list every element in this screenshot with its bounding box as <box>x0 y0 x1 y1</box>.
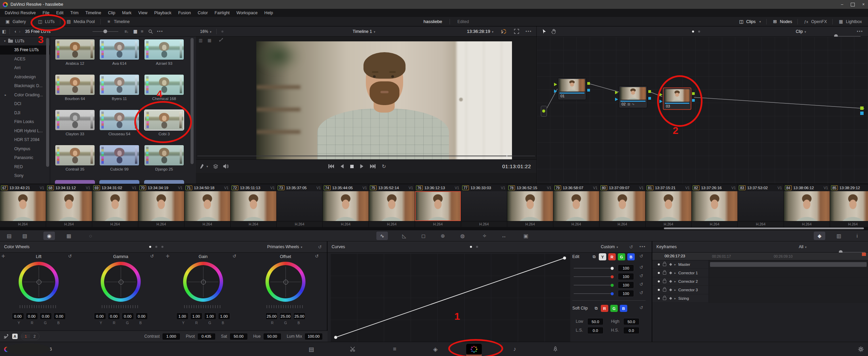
curve-slider-2[interactable] <box>574 285 612 285</box>
l-s-value[interactable]: 0.0 <box>587 327 604 334</box>
viewer-options-icon[interactable]: ••• <box>526 29 532 34</box>
timeline-clip-70[interactable]: 7013:34:34:19V1H.264 <box>138 184 184 230</box>
node-output-port[interactable] <box>648 97 651 100</box>
wheel-page-tab-1[interactable]: 1 <box>21 334 30 338</box>
clip-thumbnail[interactable] <box>461 191 507 221</box>
expand-viewer-icon[interactable] <box>514 29 519 34</box>
menu-playback[interactable]: Playback <box>151 11 175 15</box>
timeline-clip-69[interactable]: 6913:34:31:02V1H.264 <box>92 184 138 230</box>
lift-master-slider[interactable] <box>20 305 58 308</box>
wheels-mode-select[interactable]: Primaries Wheels▾ <box>267 244 302 249</box>
soft-clip-channel-r[interactable]: R <box>601 305 608 312</box>
clip-thumbnail[interactable] <box>138 191 184 221</box>
node-input-port[interactable] <box>615 91 618 94</box>
picker-crosshair-icon[interactable]: ✛ <box>1 254 5 259</box>
clip-thumbnail[interactable] <box>323 191 369 221</box>
lift-value-r[interactable]: 0.00 <box>26 313 38 320</box>
timeline-clip-78[interactable]: 7813:36:52:15V1H.264 <box>507 184 553 230</box>
menu-workspace[interactable]: Workspace <box>233 11 261 15</box>
page-edit-button[interactable]: ≡ <box>387 344 402 355</box>
close-button[interactable]: × <box>862 2 865 7</box>
node-graph-canvas[interactable]: 0102▥∿03 <box>537 37 868 184</box>
low-value[interactable]: 50.0 <box>587 318 604 325</box>
rgb-mixer-icon[interactable]: ▦ <box>63 232 75 240</box>
offset-value-g[interactable]: 25.00 <box>279 313 292 320</box>
clip-thumbnail[interactable] <box>415 191 461 221</box>
node-02[interactable]: 02▥∿ <box>619 86 647 108</box>
clip-thumbnail[interactable] <box>369 191 415 221</box>
offset-reset-icon[interactable]: ↺ <box>315 254 319 259</box>
page-deliver-button[interactable] <box>548 344 563 355</box>
timeline-clip-85[interactable]: 8513:38:29:12V1H.264 <box>830 184 868 230</box>
menu-trim[interactable]: Trim <box>67 11 82 15</box>
lut-item-chemical-168[interactable]: Chemical 168 <box>144 74 184 101</box>
loop-icon[interactable]: ↻ <box>382 163 386 170</box>
clip-thumbnail[interactable] <box>830 191 868 221</box>
source-node[interactable] <box>541 106 547 117</box>
h-s-value[interactable]: 0.0 <box>623 327 639 334</box>
curve-slider-0[interactable] <box>574 268 612 269</box>
timeline-clip-68[interactable]: 6813:34:11:12V1H.264 <box>46 184 92 230</box>
output-node-rgb[interactable] <box>860 106 864 110</box>
timeline-select[interactable]: Timeline 1▾ <box>353 29 375 34</box>
edit-channel-r[interactable]: R <box>608 253 616 260</box>
scopes-icon[interactable]: ▥ <box>833 232 845 240</box>
sidebar-item-olympus[interactable]: Olympus <box>0 144 50 154</box>
keyframes-palette-icon[interactable]: ◆ <box>814 232 825 240</box>
clip-thumbnail[interactable] <box>738 191 784 221</box>
color-wheels-icon[interactable]: ◉ <box>43 232 55 240</box>
sidebar-item-film-looks[interactable]: Film Looks <box>0 117 50 126</box>
keyframe-track-master[interactable]: ▸Master <box>652 260 868 269</box>
viewer-playhead[interactable] <box>507 153 507 158</box>
gain-master-slider[interactable] <box>184 305 222 308</box>
hue-value[interactable]: 50.00 <box>263 333 281 340</box>
node-output-port[interactable] <box>648 90 651 93</box>
gain-reset-icon[interactable]: ↺ <box>233 254 236 259</box>
offset-value-b[interactable]: 25.00 <box>293 313 305 320</box>
lift-reset-icon[interactable]: ↺ <box>68 254 72 259</box>
link-channels-icon[interactable]: ⧉ <box>595 306 598 311</box>
menu-clip[interactable]: Clip <box>105 11 119 15</box>
step-back-icon[interactable] <box>340 164 344 169</box>
lut-grid-scrollbar[interactable] <box>191 38 194 164</box>
play-icon[interactable] <box>360 164 364 169</box>
gain-value-r[interactable]: 1.00 <box>190 313 202 320</box>
picker-crosshair-icon[interactable]: ✛ <box>166 254 170 259</box>
camera-raw-icon[interactable]: ▤ <box>3 232 15 240</box>
node-input-port[interactable] <box>554 83 557 86</box>
timeline-clip-73[interactable]: 7313:35:37:05V1H.264 <box>277 184 323 230</box>
curves-options-icon[interactable]: ••• <box>639 244 646 249</box>
pan-tool-icon[interactable] <box>551 29 556 34</box>
curve-value-0[interactable]: 100 <box>618 264 634 272</box>
timeline-clip-72[interactable]: 7213:35:11:13V1H.264 <box>231 184 277 230</box>
keyframe-track-sizing[interactable]: ▸Sizing <box>652 294 868 303</box>
lut-item-arabica-12[interactable]: Arabica 12 <box>55 39 95 65</box>
tracker-icon[interactable]: ⊕ <box>437 232 449 240</box>
timeline-clip-75[interactable]: 7513:35:52:14V1H.264 <box>369 184 415 230</box>
curves-reset-icon[interactable]: ↺ <box>629 244 633 250</box>
gallery-button[interactable]: ▣Gallery <box>3 19 28 24</box>
sidebar-item-dji[interactable]: DJI <box>0 108 50 118</box>
gain-value-y[interactable]: 1.00 <box>176 313 189 320</box>
sizing-icon[interactable]: ↔ <box>498 232 510 240</box>
gain-value-b[interactable]: 1.00 <box>218 313 230 320</box>
node-output-port[interactable] <box>587 89 590 92</box>
menu-edit[interactable]: Edit <box>53 11 67 15</box>
gamma-value-g[interactable]: 0.00 <box>122 313 134 320</box>
edit-channel-y[interactable]: Y <box>599 253 606 260</box>
go-to-end-icon[interactable] <box>370 164 376 169</box>
list-view-icon[interactable]: ≡ <box>141 29 143 34</box>
offset-value-r[interactable]: 25.00 <box>265 313 278 320</box>
contrast-value[interactable]: 1.000 <box>162 333 180 340</box>
soft-clip-reset-icon[interactable]: ↺ <box>639 305 643 310</box>
power-window-icon[interactable]: ◻ <box>418 232 429 240</box>
edit-channel-b[interactable]: B <box>627 253 635 260</box>
viewer-zoom-select[interactable]: 16%▾ <box>200 29 212 34</box>
timeline-clip-71[interactable]: 7113:34:50:18V1H.264 <box>184 184 231 230</box>
menu-view[interactable]: View <box>135 11 151 15</box>
gamma-wheel[interactable] <box>101 262 141 302</box>
keyframes-ruler[interactable]: 00:26:17:23 00:26:01:17 00:26:09:10 <box>652 253 868 260</box>
sidebar-item-astrodesign[interactable]: Astrodesign <box>0 73 50 82</box>
keyframes-filter-select[interactable]: All▾ <box>799 244 807 249</box>
custom-curves-icon[interactable] <box>3 334 9 339</box>
